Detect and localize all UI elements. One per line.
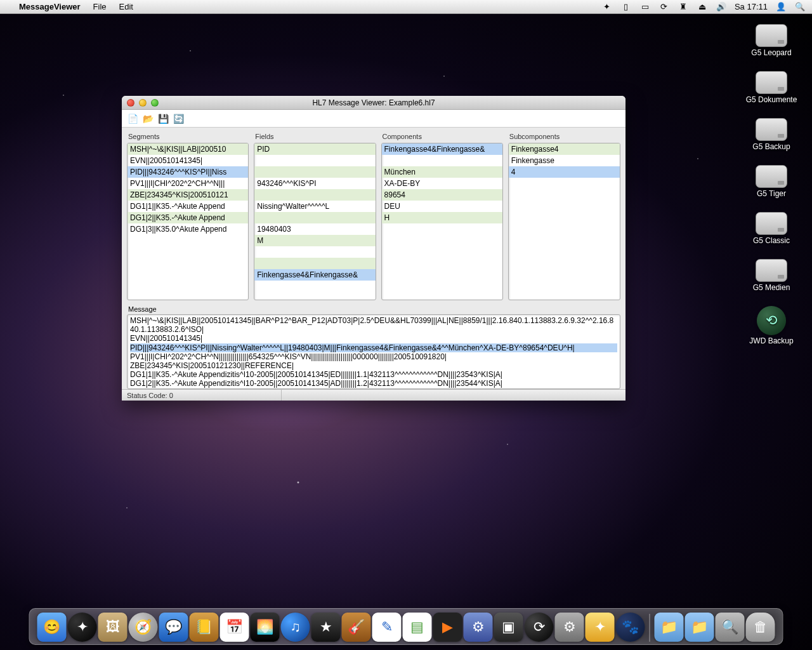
volume-icon[interactable]: 🔊: [716, 2, 727, 11]
volume-g5-tiger[interactable]: G5 Tiger: [740, 165, 803, 198]
dock-ical[interactable]: 📅: [220, 613, 249, 642]
minimize-button[interactable]: [139, 99, 147, 107]
list-row[interactable]: PID|||943246^^^KIS^PI||Niss: [128, 166, 248, 178]
volume-g5-leopard[interactable]: G5 Leopard: [740, 24, 803, 57]
eject-icon[interactable]: ⏏: [697, 2, 708, 11]
list-row[interactable]: [382, 155, 502, 166]
list-row[interactable]: EVN||200510141345|: [128, 155, 248, 166]
dock-stack[interactable]: 🔍: [716, 613, 745, 642]
message-line[interactable]: DG1|2||K35.-^Akute Appendizitis^I10-2005…: [130, 379, 617, 388]
dock-folder[interactable]: 📁: [655, 613, 684, 642]
list-row[interactable]: DEU: [382, 201, 502, 212]
zoom-button[interactable]: [151, 99, 159, 107]
clock[interactable]: Sa 17:11: [735, 2, 768, 11]
list-row[interactable]: [254, 246, 375, 258]
volume-label: G5 Backup: [752, 142, 790, 151]
dock-systemprefs[interactable]: ⚙: [555, 613, 584, 642]
list-row[interactable]: München: [382, 166, 502, 178]
dock-pages[interactable]: ✎: [372, 613, 402, 642]
menu-file[interactable]: File: [93, 2, 107, 11]
titlebar[interactable]: HL7 Message Viewer: Example6.hl7: [122, 96, 625, 110]
dock-safari[interactable]: 🧭: [129, 613, 158, 642]
statusbar: Status Code: 0: [122, 389, 625, 401]
dock-numbers[interactable]: ▤: [403, 613, 432, 642]
menu-edit[interactable]: Edit: [119, 2, 133, 11]
list-row[interactable]: DG1|1||K35.-^Akute Append: [128, 201, 248, 212]
menulet-icon[interactable]: ♜: [678, 2, 689, 11]
list-row[interactable]: Finkengasse4: [509, 143, 620, 155]
close-button[interactable]: [127, 99, 134, 107]
menulet-icon[interactable]: ▯: [620, 2, 632, 11]
timemachine-icon[interactable]: ⟳: [658, 2, 670, 11]
message-line[interactable]: EVN||200510141345|: [130, 334, 617, 343]
refresh-icon[interactable]: 🔄: [173, 113, 184, 124]
user-icon[interactable]: 👤: [775, 2, 787, 11]
list-row[interactable]: M: [254, 235, 375, 246]
dock-ichat[interactable]: 💬: [159, 613, 188, 642]
dock-itunes[interactable]: ♫: [281, 613, 310, 642]
list-row[interactable]: [254, 258, 375, 269]
dock-garageband[interactable]: 🎸: [342, 613, 371, 642]
app-name[interactable]: MessageViewer: [19, 2, 81, 11]
dock-keynote[interactable]: ▶: [433, 613, 462, 642]
segments-listbox[interactable]: MSH|^~\&|KIS||LAB||200510EVN||2005101413…: [127, 143, 249, 300]
list-row[interactable]: Nissing^Walter^^^^^L: [254, 201, 375, 212]
panel-components: Components Finkengasse4&Finkengasse&Münc…: [381, 131, 503, 300]
volume-label: G5 Tiger: [757, 189, 786, 198]
volume-g5-dokumente[interactable]: G5 Dokumente: [740, 71, 803, 104]
list-row[interactable]: 943246^^^KIS^PI: [254, 178, 375, 189]
message-line[interactable]: DG1|1||K35.-^Akute Appendizitis^I10-2005…: [130, 370, 617, 379]
dock-iphoto[interactable]: 🌅: [251, 613, 280, 642]
list-row[interactable]: DG1|3||K35.0^Akute Append: [128, 223, 248, 235]
list-row[interactable]: MSH|^~\&|KIS||LAB||200510: [128, 143, 248, 155]
volume-g5-classic[interactable]: G5 Classic: [740, 212, 803, 245]
dock-app[interactable]: ⚙: [464, 613, 493, 642]
list-row[interactable]: [254, 166, 375, 178]
list-row[interactable]: [254, 189, 375, 201]
list-row[interactable]: [254, 212, 375, 223]
dock-imovie[interactable]: ★: [311, 613, 341, 642]
fields-listbox[interactable]: PID943246^^^KIS^PINissing^Walter^^^^^L19…: [254, 143, 376, 300]
list-row[interactable]: 4: [509, 166, 620, 178]
dock: 😊 ✦ 🖼 🧭 💬 📒 📅 🌅 ♫ ★ 🎸 ✎ ▤ ▶ ⚙ ▣ ⟳ ⚙ ✦ 🐾 …: [29, 608, 783, 645]
list-row[interactable]: DG1|2||K35.-^Akute Append: [128, 212, 248, 223]
menulet-icon[interactable]: ✦: [601, 2, 613, 11]
display-icon[interactable]: ▭: [639, 2, 651, 11]
subcomponents-listbox[interactable]: Finkengasse4Finkengasse4: [508, 143, 620, 300]
dock-app[interactable]: 🐾: [616, 613, 645, 642]
message-textarea[interactable]: MSH|^~\&|KIS||LAB||200510141345||BAR^P12…: [127, 314, 620, 389]
message-line[interactable]: ZBE|234345^KIS|200510121230||REFERENCE|: [130, 361, 617, 370]
new-document-icon[interactable]: 📄: [127, 113, 138, 124]
volume-jwd-backup[interactable]: ⟲ JWD Backup: [740, 306, 803, 345]
dock-trash[interactable]: 🗑: [746, 613, 775, 642]
volume-g5-backup[interactable]: G5 Backup: [740, 118, 803, 151]
components-listbox[interactable]: Finkengasse4&Finkengasse&MünchenXA-DE-BY…: [381, 143, 503, 300]
list-row[interactable]: XA-DE-BY: [382, 178, 502, 189]
dock-addressbook[interactable]: 📒: [190, 613, 219, 642]
list-row[interactable]: Finkengasse4&Finkengasse&: [382, 143, 502, 155]
spotlight-icon[interactable]: 🔍: [794, 2, 806, 11]
list-row[interactable]: H: [382, 212, 502, 223]
list-row[interactable]: Finkengasse: [509, 155, 620, 166]
dock-finder[interactable]: 😊: [37, 613, 67, 642]
list-row[interactable]: 19480403: [254, 223, 375, 235]
list-row[interactable]: Finkengasse4&Finkengasse&: [254, 269, 375, 281]
dock-app[interactable]: ✦: [586, 613, 615, 642]
message-line[interactable]: PID|||943246^^^KIS^PI||Nissing^Walter^^^…: [130, 343, 617, 352]
open-folder-icon[interactable]: 📂: [142, 113, 154, 124]
list-row[interactable]: [254, 155, 375, 166]
message-line[interactable]: PV1|||I|CHI^202^2^CH^^N|||||||||||||||65…: [130, 352, 617, 361]
dock-preview[interactable]: 🖼: [98, 613, 128, 642]
message-line[interactable]: MSH|^~\&|KIS||LAB||200510141345||BAR^P12…: [130, 316, 617, 334]
list-row[interactable]: PID: [254, 143, 375, 155]
list-row[interactable]: 89654: [382, 189, 502, 201]
list-row[interactable]: PV1|||I|CHI^202^2^CH^^N|||: [128, 178, 248, 189]
save-icon[interactable]: 💾: [157, 113, 169, 124]
dock-app[interactable]: ▣: [494, 613, 523, 642]
app-window: HL7 Message Viewer: Example6.hl7 📄 📂 💾 🔄…: [122, 96, 625, 401]
dock-dashboard[interactable]: ✦: [68, 613, 97, 642]
dock-folder[interactable]: 📁: [685, 613, 714, 642]
dock-timemachine[interactable]: ⟳: [525, 613, 554, 642]
list-row[interactable]: ZBE|234345^KIS|200510121: [128, 189, 248, 201]
volume-g5-medien[interactable]: G5 Medien: [740, 259, 803, 292]
